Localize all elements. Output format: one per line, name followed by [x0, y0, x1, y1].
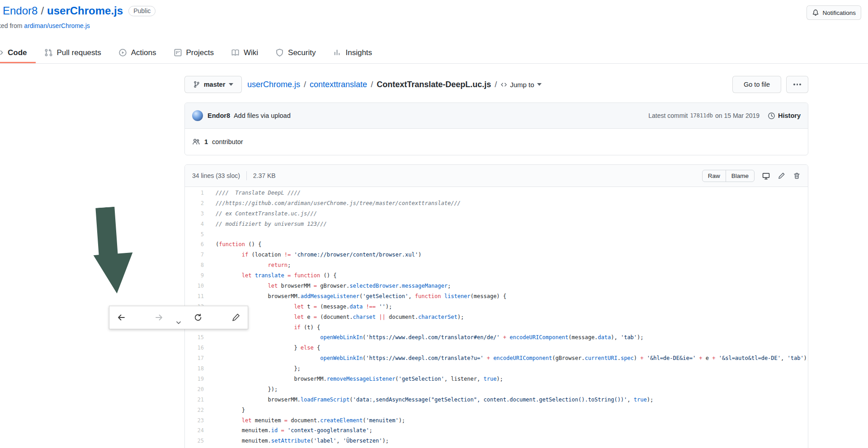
code-text: // modifiziert by universum 123/// [204, 219, 808, 229]
commit-author-link[interactable]: Endor8 [208, 112, 230, 119]
tab-insights-label: Insights [345, 48, 372, 57]
fork-source-link[interactable]: ardiman/userChrome.js [24, 22, 90, 29]
pen-icon[interactable] [231, 313, 241, 322]
code-icon [0, 48, 4, 57]
chevron-down-icon[interactable] [176, 321, 181, 325]
line-number[interactable]: 19 [185, 374, 204, 384]
project-icon [174, 48, 182, 57]
line-number[interactable]: 18 [185, 364, 204, 374]
repo-name-link[interactable]: userChrome.js [47, 5, 123, 17]
line-number[interactable]: 11 [185, 291, 204, 302]
code-text: menuitem.id = 'context-googletranslate'; [204, 425, 808, 436]
history-label: History [778, 112, 801, 119]
line-number[interactable]: 3 [185, 209, 204, 219]
line-number[interactable]: 16 [185, 343, 204, 353]
repo-tab-bar: Code Pull requests Actions Projects Wiki… [0, 42, 381, 63]
repo-title: Endor8 / userChrome.js Public [3, 5, 156, 17]
line-number[interactable]: 21 [185, 395, 204, 405]
notifications-button[interactable]: Notifications [807, 5, 861, 20]
code-text: browserMM.loadFrameScript('data:,sendAsy… [204, 395, 808, 405]
line-number[interactable]: 8 [185, 260, 204, 271]
tab-projects[interactable]: Projects [165, 42, 222, 63]
tab-security[interactable]: Security [267, 42, 324, 63]
play-icon [118, 48, 127, 57]
line-number[interactable]: 1 [185, 188, 204, 198]
contributors-link[interactable]: 1 contributor [185, 129, 808, 155]
open-in-desktop-button[interactable] [762, 172, 770, 180]
commit-message-link[interactable]: Add files via upload [234, 112, 291, 119]
tab-insights[interactable]: Insights [324, 42, 381, 63]
tab-wiki-label: Wiki [244, 48, 258, 57]
line-number[interactable]: 7 [185, 250, 204, 260]
code-text: if (t) { [204, 322, 808, 333]
reload-icon[interactable] [193, 313, 203, 322]
code-text: if (location != 'chrome://browser/conten… [204, 250, 808, 260]
line-number[interactable]: 25 [185, 436, 204, 446]
code-line: 22 } [185, 405, 808, 415]
jump-to-dropdown[interactable]: Jump to [500, 81, 541, 89]
breadcrumb-repo-link[interactable]: userChrome.js [247, 80, 300, 89]
code-line: 11 browserMM.addMessageListener('getSele… [185, 291, 808, 302]
commit-sha-link[interactable]: 17811db [690, 112, 713, 119]
line-number[interactable]: 24 [185, 425, 204, 436]
tab-actions-label: Actions [131, 48, 156, 57]
tab-pull-requests[interactable]: Pull requests [36, 42, 110, 63]
history-link[interactable]: History [768, 112, 801, 120]
git-pull-request-icon [44, 48, 53, 57]
raw-button[interactable]: Raw [703, 170, 726, 182]
meta-divider [246, 171, 247, 180]
line-number[interactable]: 17 [185, 353, 204, 364]
branch-selector-button[interactable]: master [184, 76, 242, 93]
tab-code[interactable]: Code [0, 42, 36, 63]
code-text: let menuitem = document.createElement('m… [204, 415, 808, 426]
line-number[interactable]: 15 [185, 332, 204, 343]
breadcrumb-dir-link[interactable]: contexttranslate [310, 80, 367, 89]
forward-icon[interactable] [155, 313, 164, 322]
kebab-icon [793, 84, 801, 85]
line-number[interactable]: 9 [185, 271, 204, 281]
line-number[interactable]: 2 [185, 198, 204, 209]
visibility-badge: Public [128, 6, 156, 16]
line-number[interactable]: 4 [185, 219, 204, 229]
file-meta: 34 lines (33 sloc) 2.37 KB [192, 171, 276, 180]
commit-meta: Latest commit 17811db on 15 Mar 2019 [648, 112, 760, 119]
code-line: 6(function () { [185, 239, 808, 250]
line-number[interactable]: 10 [185, 281, 204, 291]
code-text: }); [204, 384, 808, 395]
breadcrumb-separator: / [304, 80, 306, 89]
delete-file-button[interactable] [793, 172, 801, 180]
line-number[interactable]: 6 [185, 239, 204, 250]
line-number[interactable]: 20 [185, 384, 204, 395]
line-number[interactable]: 22 [185, 405, 204, 415]
code-text: } else { [204, 343, 808, 353]
forked-from-label: Forked from [0, 22, 24, 29]
line-number[interactable]: 23 [185, 415, 204, 426]
repo-owner-link[interactable]: Endor8 [3, 5, 38, 17]
avatar[interactable] [192, 110, 203, 121]
edit-file-button[interactable] [778, 172, 785, 180]
file-size: 2.37 KB [253, 172, 276, 179]
back-icon[interactable] [117, 313, 126, 322]
book-icon [231, 48, 240, 57]
line-number[interactable]: 5 [185, 229, 204, 240]
code-line: 16 } else { [185, 343, 808, 353]
tab-pull-requests-label: Pull requests [57, 48, 101, 57]
go-to-file-button[interactable]: Go to file [732, 76, 781, 93]
tab-wiki[interactable]: Wiki [222, 42, 267, 63]
code-line: 21 browserMM.loadFrameScript('data:,send… [185, 395, 808, 405]
file-content-box: 34 lines (33 sloc) 2.37 KB Raw Blame [184, 164, 808, 448]
jump-to-label: Jump to [510, 81, 534, 89]
notifications-label: Notifications [822, 9, 856, 16]
code-text: openWebLinkIn('https://www.deepl.com/tra… [204, 332, 808, 343]
code-line: 13 let e = (document.charset || document… [185, 312, 808, 322]
code-text: } [204, 405, 808, 415]
breadcrumb-separator: / [495, 80, 497, 89]
latest-commit-header: Endor8 Add files via upload Latest commi… [185, 103, 808, 129]
code-text: //// Translate DeepL //// [204, 188, 808, 198]
repo-title-separator: / [41, 5, 44, 17]
tab-actions[interactable]: Actions [110, 42, 165, 63]
more-options-button[interactable] [786, 76, 808, 93]
breadcrumb: userChrome.js / contexttranslate / Conte… [247, 76, 542, 93]
blame-button[interactable]: Blame [726, 170, 754, 182]
commit-date: on 15 Mar 2019 [715, 112, 760, 119]
